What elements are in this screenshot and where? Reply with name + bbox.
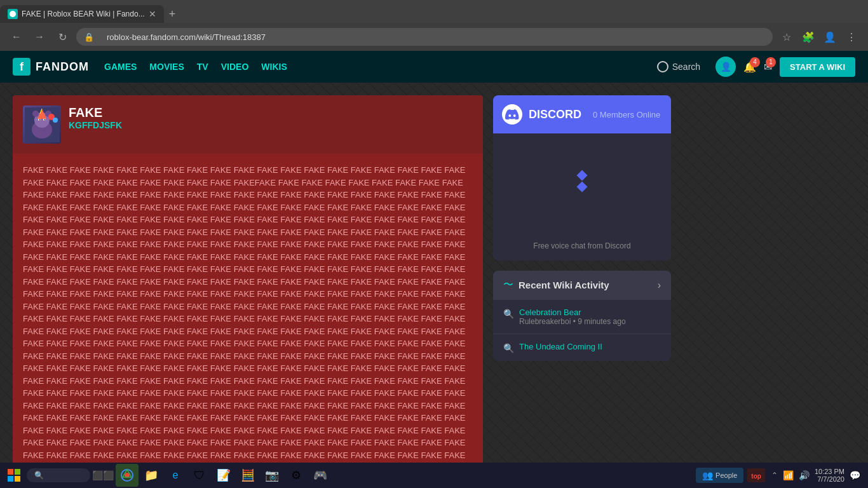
messages-badge: 1: [766, 57, 776, 67]
svg-point-8: [39, 119, 40, 120]
taskbar-app-chrome[interactable]: [116, 464, 139, 487]
fandom-logo-icon: f: [13, 58, 31, 76]
forward-button[interactable]: →: [31, 28, 48, 46]
nav-wikis[interactable]: WIKIS: [261, 62, 287, 72]
nav-tv[interactable]: TV: [197, 62, 208, 72]
network-icon: 📶: [783, 470, 794, 480]
start-wiki-button[interactable]: START A WIKI: [780, 57, 855, 77]
volume-icon[interactable]: 🔊: [799, 470, 810, 480]
post-text: FAKE FAKE FAKE FAKE FAKE FAKE FAKE FAKE …: [23, 164, 473, 488]
taskbar-search[interactable]: 🔍: [27, 468, 90, 482]
user-avatar[interactable]: 👤: [715, 57, 736, 77]
nav-movies[interactable]: MOVIES: [149, 62, 184, 72]
system-clock: 10:23 PM 7/7/2020: [815, 468, 844, 483]
notifications-icon[interactable]: 🔔 4: [743, 61, 756, 73]
people-label: People: [715, 471, 737, 479]
post-body: FAKE FAKE FAKE FAKE FAKE FAKE FAKE FAKE …: [13, 154, 483, 488]
people-button[interactable]: 👥 People: [696, 468, 743, 483]
taskbar: 🔍 ⬛⬛ 📁 e 🛡 📝 🧮 📷 ⚙ 🎮 👥 People top ⌃ 📶 🔊: [0, 463, 868, 488]
taskbar-app-files[interactable]: 📁: [140, 464, 163, 487]
search-label: Search: [672, 62, 700, 72]
browser-frame: FAKE | Roblox BEAR Wiki | Fando... ✕ + ←…: [0, 0, 868, 51]
menu-icon[interactable]: ⋮: [843, 28, 860, 46]
activity-search-icon-1: 🔍: [503, 309, 514, 319]
recent-activity-title: Recent Wiki Activity: [519, 280, 653, 290]
activity-item-2: 🔍 The Undead Coming II: [493, 334, 671, 361]
taskbar-app-shield[interactable]: 🛡: [188, 464, 211, 487]
activity-link-1[interactable]: Celebration Bear: [519, 308, 626, 317]
diamond-1: [577, 170, 588, 181]
people-icon: 👥: [702, 470, 713, 480]
fandom-logo-text: FANDOM: [36, 60, 89, 74]
windows-icon: [8, 469, 20, 482]
win-pane-4: [15, 476, 20, 482]
diamond-2: [577, 182, 588, 193]
clock-time: 10:23 PM: [815, 468, 844, 475]
discord-label: DISCORD: [529, 108, 581, 121]
action-center-icon[interactable]: 💬: [850, 470, 860, 480]
post-author[interactable]: KGFFDJSFK: [69, 120, 122, 130]
tab-close-button[interactable]: ✕: [149, 9, 156, 19]
post-card: FAKE KGFFDJSFK FAKE FAKE FAKE FAKE FAKE …: [13, 95, 483, 488]
activity-icon: 〜: [503, 278, 513, 292]
discord-body: Free voice chat from Discord: [493, 133, 671, 261]
taskbar-app-taskview[interactable]: ⬛⬛: [92, 464, 114, 487]
taskbar-app-camera[interactable]: 📷: [261, 464, 283, 487]
bookmark-icon[interactable]: ☆: [778, 28, 796, 46]
win-pane-3: [8, 476, 13, 482]
nav-right-icons: 👤 🔔 4 ✉ 1 START A WIKI: [715, 57, 855, 77]
svg-point-13: [53, 118, 58, 123]
taskbar-app-word[interactable]: 📝: [212, 464, 235, 487]
page-content: FAKE KGFFDJSFK FAKE FAKE FAKE FAKE FAKE …: [0, 83, 868, 488]
nav-games[interactable]: GAMES: [104, 62, 137, 72]
messages-icon[interactable]: ✉ 1: [764, 61, 772, 73]
top-badge: top: [747, 468, 765, 482]
system-tray: ⌃ 📶 🔊 10:23 PM 7/7/2020 💬: [766, 468, 865, 483]
avatar-image: [23, 105, 61, 144]
activity-link-2[interactable]: The Undead Coming II: [519, 342, 602, 351]
fandom-logo[interactable]: f FANDOM: [13, 58, 89, 76]
search-button[interactable]: Search: [657, 61, 700, 72]
discord-widget: DISCORD 0 Members Online Free voice chat…: [493, 95, 671, 261]
clock-date: 7/7/2020: [815, 475, 844, 483]
profile-icon[interactable]: 👤: [821, 28, 839, 46]
sidebar: DISCORD 0 Members Online Free voice chat…: [493, 95, 671, 488]
discord-diamonds: [578, 172, 586, 191]
taskbar-app-browser[interactable]: e: [164, 464, 187, 487]
url-input[interactable]: [99, 28, 765, 46]
taskbar-app-game[interactable]: 🎮: [309, 464, 332, 487]
active-tab[interactable]: FAKE | Roblox BEAR Wiki | Fando... ✕: [0, 5, 164, 23]
post-container: FAKE KGFFDJSFK FAKE FAKE FAKE FAKE FAKE …: [13, 95, 483, 488]
taskbar-app-calc[interactable]: 🧮: [236, 464, 259, 487]
back-button[interactable]: ←: [8, 28, 25, 46]
tab-title: FAKE | Roblox BEAR Wiki | Fando...: [22, 10, 145, 18]
activity-content-2: The Undead Coming II: [519, 342, 602, 351]
new-tab-button[interactable]: +: [164, 8, 181, 21]
recent-activity-header: 〜 Recent Wiki Activity ›: [493, 271, 671, 299]
nav-links: GAMES MOVIES TV VIDEO WIKIS: [104, 62, 287, 72]
user-icon-wrapper: 👤: [715, 57, 736, 77]
discord-caption: Free voice chat from Discord: [533, 241, 630, 250]
taskbar-app-tools[interactable]: ⚙: [285, 464, 308, 487]
search-icon: [657, 61, 668, 72]
post-title-block: FAKE KGFFDJSFK: [69, 105, 122, 130]
recent-activity-expand[interactable]: ›: [658, 280, 661, 291]
discord-icon: [502, 104, 522, 125]
nav-video[interactable]: VIDEO: [221, 62, 249, 72]
extension-icon[interactable]: 🧩: [799, 28, 817, 46]
tab-favicon: [8, 9, 18, 19]
win-pane-1: [8, 469, 13, 475]
win-pane-2: [15, 469, 20, 475]
top-label: top: [751, 473, 761, 480]
refresh-button[interactable]: ↻: [53, 28, 71, 46]
activity-search-icon-2: 🔍: [503, 343, 514, 353]
post-header: FAKE KGFFDJSFK: [13, 95, 483, 154]
tray-chevron[interactable]: ⌃: [771, 471, 778, 480]
svg-point-4: [32, 111, 39, 117]
start-button[interactable]: [3, 466, 25, 484]
recent-activity-widget: 〜 Recent Wiki Activity › 🔍 Celebration B…: [493, 271, 671, 361]
address-bar-icons: ☆ 🧩 👤 ⋮: [778, 28, 860, 46]
post-avatar: [23, 105, 61, 144]
discord-header[interactable]: DISCORD 0 Members Online: [493, 95, 671, 133]
taskbar-apps: ⬛⬛ 📁 e 🛡 📝 🧮 📷 ⚙ 🎮: [92, 464, 332, 487]
